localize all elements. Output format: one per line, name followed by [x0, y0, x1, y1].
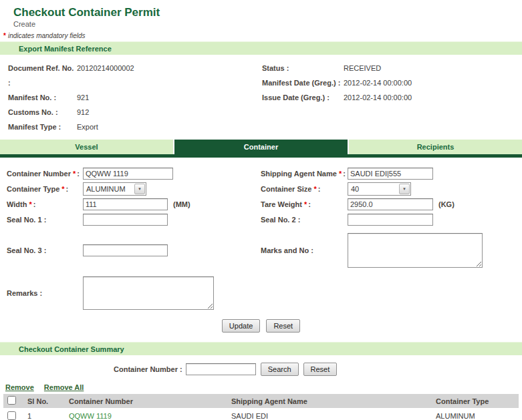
chevron-down-icon: ▼ [134, 184, 145, 194]
col-header-shipping-agent: Shipping Agent Name [227, 394, 432, 408]
seal-no-1-label: Seal No. 1 : [7, 216, 83, 224]
document-ref-value: 20120214000002 [77, 61, 134, 90]
remove-all-link[interactable]: Remove All [44, 383, 84, 391]
manifest-info: Document Ref. No. : 20120214000002 Manif… [0, 55, 522, 137]
manifest-type-value: Export [77, 120, 98, 134]
document-ref-row: Document Ref. No. : 20120214000002 [8, 61, 262, 90]
required-asterisk: * [29, 200, 31, 208]
summary-search-row: Container Number : Search Reset [114, 363, 522, 376]
seal-no-2-label: Seal No. 2 : [261, 216, 348, 224]
container-number-label: Container Number*: [7, 170, 83, 178]
tare-weight-label: Tare Weight*: [261, 200, 348, 208]
remarks-textarea[interactable] [83, 276, 214, 310]
col-header-sl-no: Sl No. [23, 394, 65, 408]
table-row: 1 QQWW 1119 SAUDI EDI ALUMINUM [3, 408, 519, 420]
mandatory-note-text: indicates mandatory fields [8, 32, 86, 39]
tab-recipients[interactable]: Recipients [349, 140, 522, 154]
status-row: Status : RECEIVED [262, 61, 522, 75]
marks-and-no-textarea[interactable] [348, 233, 483, 268]
search-button[interactable]: Search [261, 363, 299, 376]
form-actions: Update Reset [0, 319, 522, 333]
section-header-export-manifest: Export Manifest Reference [0, 41, 522, 55]
tare-weight-input[interactable] [348, 198, 433, 210]
row-sl-no: 1 [23, 408, 65, 420]
document-ref-label: Document Ref. No. : [8, 61, 77, 90]
width-unit: (MM) [173, 200, 190, 208]
manifest-no-row: Manifest No. : 921 [8, 90, 262, 105]
select-all-header-cell [3, 394, 23, 408]
status-value: RECEIVED [344, 61, 381, 75]
container-number-link[interactable]: QQWW 1119 [69, 412, 112, 420]
width-input[interactable] [83, 198, 168, 210]
form-row-3: Width*: (MM) Tare Weight*: (KG) [0, 196, 522, 212]
mandatory-asterisk: * [3, 32, 6, 39]
manifest-info-right: Status : RECEIVED Manifest Date (Greg.) … [262, 61, 522, 134]
container-type-selected-value: ALUMINUM [84, 185, 134, 193]
page-title: Checkout Container Permit [13, 6, 522, 19]
tab-vessel[interactable]: Vessel [0, 140, 173, 154]
row-checkbox[interactable] [7, 411, 16, 420]
form-row-6: Remarks : [0, 274, 522, 312]
container-number-input[interactable] [83, 168, 173, 180]
marks-and-no-label: Marks and No : [261, 246, 348, 254]
seal-no-3-label: Seal No. 3 : [7, 246, 83, 254]
manifest-type-label: Manifest Type : [8, 120, 77, 134]
issue-date-row: Issue Date (Greg.) : 2012-02-14 00:00:00 [262, 90, 522, 105]
reset-button[interactable]: Reset [266, 319, 300, 333]
required-asterisk: * [313, 185, 316, 193]
form-row-1: Container Number*: Shipping Agent Name*: [0, 166, 522, 181]
form-row-2: Container Type*: ALUMINUM ▼ Container Si… [0, 181, 522, 196]
chevron-down-icon: ▼ [399, 184, 410, 194]
required-asterisk: * [304, 200, 307, 208]
manifest-date-row: Manifest Date (Greg.) : 2012-02-14 00:00… [262, 75, 522, 90]
tare-weight-unit: (KG) [438, 200, 454, 208]
row-container-type: ALUMINUM [432, 408, 519, 420]
manifest-date-label: Manifest Date (Greg.) : [262, 75, 344, 90]
select-all-checkbox[interactable] [7, 396, 16, 405]
page-subtitle: Create [13, 20, 522, 28]
row-shipping-agent: SAUDI EDI [227, 408, 432, 420]
section-header-summary: Checkout Container Summary [0, 342, 522, 355]
seal-no-3-input[interactable] [83, 244, 168, 256]
col-header-container-type: Container Type [432, 394, 519, 408]
manifest-no-label: Manifest No. : [8, 90, 77, 105]
tab-bar: Vessel Container Recipients [0, 140, 522, 154]
page-header: Checkout Container Permit Create [0, 0, 522, 28]
tab-container[interactable]: Container [174, 140, 348, 154]
issue-date-value: 2012-02-14 00:00:00 [344, 90, 412, 105]
manifest-date-value: 2012-02-14 00:00:00 [344, 75, 412, 90]
col-header-container-number: Container Number [65, 394, 227, 408]
search-container-number-label: Container Number : [114, 365, 182, 373]
remove-links-row: Remove Remove All [0, 382, 522, 394]
container-size-select[interactable]: 40 ▼ [348, 182, 411, 196]
manifest-info-left: Document Ref. No. : 20120214000002 Manif… [8, 61, 262, 134]
shipping-agent-name-input[interactable] [348, 168, 433, 180]
customs-no-row: Customs No. : 912 [8, 105, 262, 120]
mandatory-note: *indicates mandatory fields [0, 28, 522, 41]
remove-link[interactable]: Remove [5, 383, 34, 391]
row-checkbox-cell [3, 408, 23, 420]
summary-table: Sl No. Container Number Shipping Agent N… [3, 394, 519, 420]
container-type-label: Container Type*: [7, 185, 83, 193]
required-asterisk: * [339, 170, 342, 178]
manifest-type-row: Manifest Type : Export [8, 120, 262, 134]
container-form: Container Number*: Shipping Agent Name*:… [0, 158, 522, 333]
issue-date-label: Issue Date (Greg.) : [262, 90, 344, 105]
seal-no-2-input[interactable] [348, 214, 433, 226]
search-reset-button[interactable]: Reset [303, 363, 338, 376]
container-size-label: Container Size*: [261, 185, 348, 193]
container-size-selected-value: 40 [348, 185, 399, 193]
width-label: Width*: [7, 200, 83, 208]
form-row-4: Seal No. 1 : Seal No. 2 : [0, 212, 522, 227]
update-button[interactable]: Update [222, 319, 260, 333]
form-row-5: Seal No. 3 : Marks and No : [0, 231, 522, 270]
table-header-row: Sl No. Container Number Shipping Agent N… [3, 394, 519, 408]
customs-no-label: Customs No. : [8, 105, 77, 120]
manifest-no-value: 921 [77, 90, 89, 105]
search-container-number-input[interactable] [186, 363, 256, 375]
shipping-agent-name-label: Shipping Agent Name*: [261, 170, 348, 178]
seal-no-1-input[interactable] [83, 214, 168, 226]
customs-no-value: 912 [77, 105, 89, 120]
required-asterisk: * [73, 170, 76, 178]
container-type-select[interactable]: ALUMINUM ▼ [83, 182, 146, 196]
